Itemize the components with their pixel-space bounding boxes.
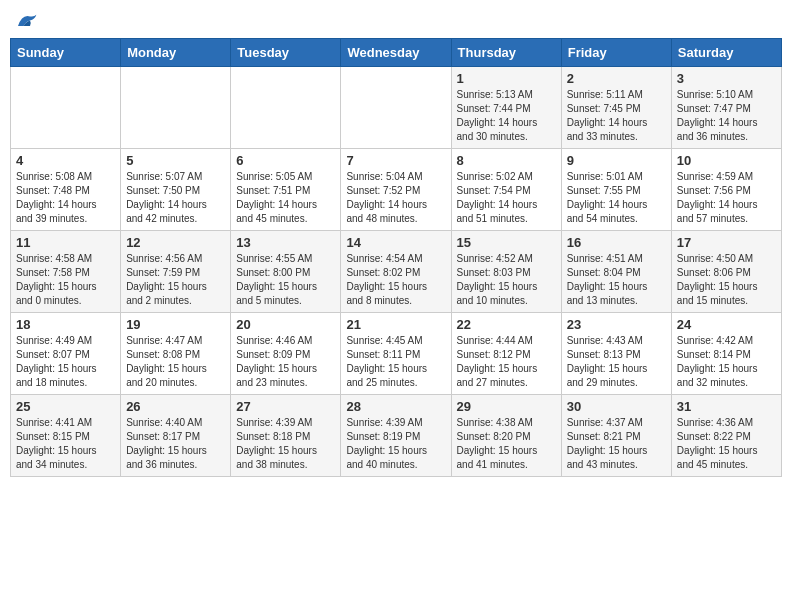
day-number: 10 <box>677 153 776 168</box>
day-number: 27 <box>236 399 335 414</box>
day-cell: 8Sunrise: 5:02 AM Sunset: 7:54 PM Daylig… <box>451 149 561 231</box>
week-row-1: 1Sunrise: 5:13 AM Sunset: 7:44 PM Daylig… <box>11 67 782 149</box>
day-info: Sunrise: 5:04 AM Sunset: 7:52 PM Dayligh… <box>346 170 445 226</box>
day-cell: 1Sunrise: 5:13 AM Sunset: 7:44 PM Daylig… <box>451 67 561 149</box>
day-info: Sunrise: 4:45 AM Sunset: 8:11 PM Dayligh… <box>346 334 445 390</box>
day-number: 17 <box>677 235 776 250</box>
day-cell <box>341 67 451 149</box>
day-cell: 10Sunrise: 4:59 AM Sunset: 7:56 PM Dayli… <box>671 149 781 231</box>
day-info: Sunrise: 4:37 AM Sunset: 8:21 PM Dayligh… <box>567 416 666 472</box>
day-number: 19 <box>126 317 225 332</box>
day-cell: 9Sunrise: 5:01 AM Sunset: 7:55 PM Daylig… <box>561 149 671 231</box>
day-cell: 21Sunrise: 4:45 AM Sunset: 8:11 PM Dayli… <box>341 313 451 395</box>
day-info: Sunrise: 4:41 AM Sunset: 8:15 PM Dayligh… <box>16 416 115 472</box>
week-row-5: 25Sunrise: 4:41 AM Sunset: 8:15 PM Dayli… <box>11 395 782 477</box>
day-cell: 22Sunrise: 4:44 AM Sunset: 8:12 PM Dayli… <box>451 313 561 395</box>
day-cell <box>11 67 121 149</box>
day-number: 20 <box>236 317 335 332</box>
day-number: 6 <box>236 153 335 168</box>
day-cell: 13Sunrise: 4:55 AM Sunset: 8:00 PM Dayli… <box>231 231 341 313</box>
weekday-header-friday: Friday <box>561 39 671 67</box>
day-cell: 20Sunrise: 4:46 AM Sunset: 8:09 PM Dayli… <box>231 313 341 395</box>
weekday-header-wednesday: Wednesday <box>341 39 451 67</box>
day-info: Sunrise: 5:13 AM Sunset: 7:44 PM Dayligh… <box>457 88 556 144</box>
day-info: Sunrise: 5:02 AM Sunset: 7:54 PM Dayligh… <box>457 170 556 226</box>
day-cell: 24Sunrise: 4:42 AM Sunset: 8:14 PM Dayli… <box>671 313 781 395</box>
day-cell: 17Sunrise: 4:50 AM Sunset: 8:06 PM Dayli… <box>671 231 781 313</box>
day-cell: 26Sunrise: 4:40 AM Sunset: 8:17 PM Dayli… <box>121 395 231 477</box>
day-info: Sunrise: 4:55 AM Sunset: 8:00 PM Dayligh… <box>236 252 335 308</box>
day-number: 9 <box>567 153 666 168</box>
day-cell: 11Sunrise: 4:58 AM Sunset: 7:58 PM Dayli… <box>11 231 121 313</box>
day-number: 13 <box>236 235 335 250</box>
weekday-header-thursday: Thursday <box>451 39 561 67</box>
day-number: 8 <box>457 153 556 168</box>
day-cell: 14Sunrise: 4:54 AM Sunset: 8:02 PM Dayli… <box>341 231 451 313</box>
day-number: 2 <box>567 71 666 86</box>
week-row-3: 11Sunrise: 4:58 AM Sunset: 7:58 PM Dayli… <box>11 231 782 313</box>
day-cell: 6Sunrise: 5:05 AM Sunset: 7:51 PM Daylig… <box>231 149 341 231</box>
day-info: Sunrise: 5:10 AM Sunset: 7:47 PM Dayligh… <box>677 88 776 144</box>
weekday-header-tuesday: Tuesday <box>231 39 341 67</box>
day-info: Sunrise: 5:11 AM Sunset: 7:45 PM Dayligh… <box>567 88 666 144</box>
weekday-header-monday: Monday <box>121 39 231 67</box>
day-info: Sunrise: 4:52 AM Sunset: 8:03 PM Dayligh… <box>457 252 556 308</box>
day-number: 7 <box>346 153 445 168</box>
day-cell: 29Sunrise: 4:38 AM Sunset: 8:20 PM Dayli… <box>451 395 561 477</box>
day-number: 3 <box>677 71 776 86</box>
day-info: Sunrise: 4:42 AM Sunset: 8:14 PM Dayligh… <box>677 334 776 390</box>
logo-bird-icon <box>14 10 38 30</box>
week-row-2: 4Sunrise: 5:08 AM Sunset: 7:48 PM Daylig… <box>11 149 782 231</box>
day-cell: 4Sunrise: 5:08 AM Sunset: 7:48 PM Daylig… <box>11 149 121 231</box>
day-info: Sunrise: 4:58 AM Sunset: 7:58 PM Dayligh… <box>16 252 115 308</box>
day-info: Sunrise: 4:38 AM Sunset: 8:20 PM Dayligh… <box>457 416 556 472</box>
day-number: 12 <box>126 235 225 250</box>
day-number: 23 <box>567 317 666 332</box>
day-info: Sunrise: 4:50 AM Sunset: 8:06 PM Dayligh… <box>677 252 776 308</box>
day-number: 29 <box>457 399 556 414</box>
day-info: Sunrise: 5:08 AM Sunset: 7:48 PM Dayligh… <box>16 170 115 226</box>
calendar-table: SundayMondayTuesdayWednesdayThursdayFrid… <box>10 38 782 477</box>
day-info: Sunrise: 4:56 AM Sunset: 7:59 PM Dayligh… <box>126 252 225 308</box>
day-number: 24 <box>677 317 776 332</box>
day-info: Sunrise: 4:46 AM Sunset: 8:09 PM Dayligh… <box>236 334 335 390</box>
day-number: 1 <box>457 71 556 86</box>
day-info: Sunrise: 4:47 AM Sunset: 8:08 PM Dayligh… <box>126 334 225 390</box>
day-cell: 12Sunrise: 4:56 AM Sunset: 7:59 PM Dayli… <box>121 231 231 313</box>
day-number: 28 <box>346 399 445 414</box>
weekday-header-row: SundayMondayTuesdayWednesdayThursdayFrid… <box>11 39 782 67</box>
day-cell: 7Sunrise: 5:04 AM Sunset: 7:52 PM Daylig… <box>341 149 451 231</box>
page-header <box>10 10 782 30</box>
day-number: 31 <box>677 399 776 414</box>
day-info: Sunrise: 4:40 AM Sunset: 8:17 PM Dayligh… <box>126 416 225 472</box>
day-info: Sunrise: 4:43 AM Sunset: 8:13 PM Dayligh… <box>567 334 666 390</box>
day-number: 30 <box>567 399 666 414</box>
weekday-header-saturday: Saturday <box>671 39 781 67</box>
day-info: Sunrise: 4:54 AM Sunset: 8:02 PM Dayligh… <box>346 252 445 308</box>
day-info: Sunrise: 4:51 AM Sunset: 8:04 PM Dayligh… <box>567 252 666 308</box>
day-info: Sunrise: 4:44 AM Sunset: 8:12 PM Dayligh… <box>457 334 556 390</box>
day-cell: 27Sunrise: 4:39 AM Sunset: 8:18 PM Dayli… <box>231 395 341 477</box>
day-cell: 5Sunrise: 5:07 AM Sunset: 7:50 PM Daylig… <box>121 149 231 231</box>
day-number: 4 <box>16 153 115 168</box>
day-number: 5 <box>126 153 225 168</box>
day-number: 15 <box>457 235 556 250</box>
day-cell: 18Sunrise: 4:49 AM Sunset: 8:07 PM Dayli… <box>11 313 121 395</box>
day-number: 25 <box>16 399 115 414</box>
day-number: 16 <box>567 235 666 250</box>
day-cell <box>121 67 231 149</box>
day-number: 26 <box>126 399 225 414</box>
day-info: Sunrise: 5:07 AM Sunset: 7:50 PM Dayligh… <box>126 170 225 226</box>
weekday-header-sunday: Sunday <box>11 39 121 67</box>
day-number: 11 <box>16 235 115 250</box>
day-info: Sunrise: 4:39 AM Sunset: 8:19 PM Dayligh… <box>346 416 445 472</box>
day-cell: 19Sunrise: 4:47 AM Sunset: 8:08 PM Dayli… <box>121 313 231 395</box>
day-number: 14 <box>346 235 445 250</box>
day-cell <box>231 67 341 149</box>
day-number: 18 <box>16 317 115 332</box>
day-info: Sunrise: 4:36 AM Sunset: 8:22 PM Dayligh… <box>677 416 776 472</box>
day-info: Sunrise: 5:05 AM Sunset: 7:51 PM Dayligh… <box>236 170 335 226</box>
day-cell: 16Sunrise: 4:51 AM Sunset: 8:04 PM Dayli… <box>561 231 671 313</box>
day-cell: 2Sunrise: 5:11 AM Sunset: 7:45 PM Daylig… <box>561 67 671 149</box>
day-number: 21 <box>346 317 445 332</box>
